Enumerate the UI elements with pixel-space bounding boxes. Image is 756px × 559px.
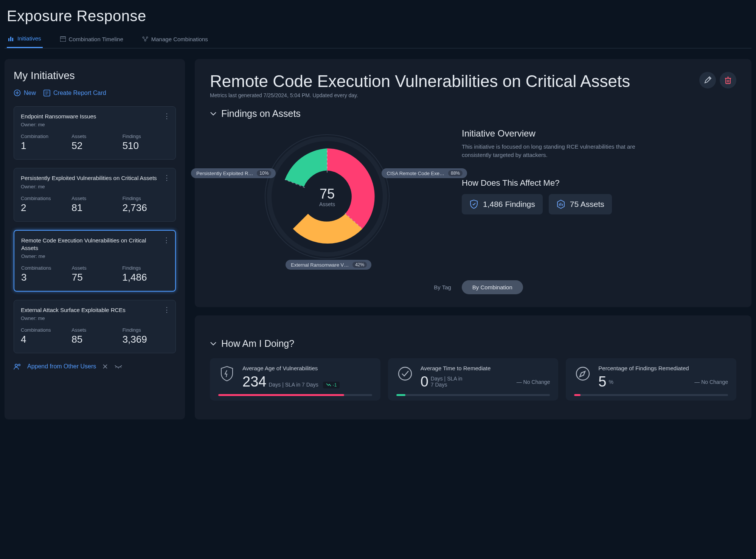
initiative-card[interactable]: Remote Code Execution Vulnerabilities on… bbox=[14, 230, 176, 292]
stat-value: 2 bbox=[21, 202, 67, 214]
toggle-by-combination[interactable]: By Combination bbox=[462, 280, 523, 294]
chart-label-external[interactable]: External Ransomware V… 42% bbox=[286, 260, 371, 270]
svg-rect-3 bbox=[60, 37, 66, 42]
metric-bar bbox=[574, 394, 728, 396]
metric-pct-remediated[interactable]: Percentage of Findings Remediated 5 % — … bbox=[566, 358, 736, 401]
stat-value: 85 bbox=[71, 334, 118, 345]
metric-unit: Days | SLA in 7 Days bbox=[269, 382, 318, 388]
new-button[interactable]: New bbox=[14, 89, 36, 96]
initiative-card[interactable]: Persistently Exploited Vulnerabilities o… bbox=[14, 168, 176, 221]
stat-label: Combinations bbox=[21, 265, 67, 271]
overview-text: This initiative is focused on long stand… bbox=[462, 143, 658, 159]
kebab-icon[interactable]: ⋮ bbox=[163, 174, 170, 182]
tab-initiatives[interactable]: Initiatives bbox=[7, 31, 43, 48]
append-other-users-button[interactable]: Append from Other Users bbox=[27, 363, 96, 370]
svg-point-14 bbox=[19, 364, 20, 366]
chart-label-pct: 42% bbox=[352, 262, 367, 268]
stat-label: Findings bbox=[123, 196, 169, 201]
trend-down-icon bbox=[326, 383, 331, 387]
card-title: External Attack Surface Exploitable RCEs bbox=[21, 306, 160, 314]
stat-label: Assets bbox=[72, 265, 118, 271]
findings-pill[interactable]: 1,486 Findings bbox=[462, 194, 543, 214]
stat-value: 1 bbox=[21, 140, 67, 152]
donut-chart: 75 Assets CISA Remote Code Exe… 88% Exte… bbox=[210, 123, 444, 259]
how-title: How Am I Doing? bbox=[221, 338, 294, 349]
svg-rect-18 bbox=[726, 78, 730, 84]
eye-closed-icon[interactable] bbox=[114, 364, 123, 369]
metric-avg-age[interactable]: Average Age of Vulnerabilities 234 Days … bbox=[210, 358, 380, 401]
report-icon bbox=[43, 90, 50, 96]
page-title: Exposure Response bbox=[7, 8, 751, 25]
edit-button[interactable] bbox=[699, 72, 716, 89]
initiative-card[interactable]: External Attack Surface Exploitable RCEs… bbox=[14, 300, 176, 353]
initiative-card[interactable]: Endpoint Ransomware IssuesOwner: me⋮Comb… bbox=[14, 106, 176, 160]
stat-label: Combinations bbox=[21, 196, 67, 201]
stat-value: 3,369 bbox=[123, 334, 169, 345]
trash-icon bbox=[724, 76, 732, 84]
findings-pill-label: 1,486 Findings bbox=[483, 200, 535, 209]
assets-pill-label: 75 Assets bbox=[570, 200, 604, 209]
tab-manage-combinations[interactable]: Manage Combinations bbox=[141, 31, 210, 48]
close-icon[interactable] bbox=[102, 363, 108, 370]
sidebar-title: My Initiatives bbox=[14, 70, 176, 82]
chart-label-cisa[interactable]: CISA Remote Code Exe… 88% bbox=[382, 168, 467, 178]
metric-unit: % bbox=[609, 379, 613, 385]
tab-label: Initiatives bbox=[17, 35, 41, 42]
stat-value: 3 bbox=[21, 272, 67, 283]
shield-bolt-icon bbox=[218, 365, 236, 382]
chart-label-persistent[interactable]: Persistently Exploited R… 10% bbox=[191, 168, 276, 178]
tab-bar: Initiatives Combination Timeline Manage … bbox=[5, 31, 751, 48]
kebab-icon[interactable]: ⋮ bbox=[163, 112, 170, 120]
stat-label: Combination bbox=[21, 134, 67, 139]
calendar-icon bbox=[60, 36, 66, 42]
tab-combination-timeline[interactable]: Combination Timeline bbox=[59, 31, 125, 48]
assets-pill[interactable]: 75 Assets bbox=[549, 194, 612, 214]
chevron-down-icon bbox=[210, 112, 217, 116]
stat-value: 510 bbox=[123, 140, 169, 152]
metric-value: 0 bbox=[421, 374, 428, 390]
report-label: Create Report Card bbox=[53, 90, 106, 96]
stat-label: Combinations bbox=[21, 327, 67, 333]
metric-title: Average Time to Remediate bbox=[421, 365, 550, 371]
detail-title: Remote Code Execution Vulnerabilities on… bbox=[210, 72, 630, 91]
svg-rect-2 bbox=[12, 38, 13, 41]
svg-point-22 bbox=[399, 367, 411, 380]
how-header[interactable]: How Am I Doing? bbox=[210, 338, 736, 349]
toggle-by-tag[interactable]: By Tag bbox=[423, 280, 462, 294]
stat-label: Assets bbox=[71, 196, 118, 201]
chart-label-text: Persistently Exploited R… bbox=[196, 171, 253, 176]
delta-value: -1 bbox=[333, 382, 337, 388]
card-title: Remote Code Execution Vulnerabilities on… bbox=[21, 237, 159, 252]
compass-icon bbox=[574, 365, 591, 382]
metric-time-remediate[interactable]: Average Time to Remediate 0 Days | SLA i… bbox=[388, 358, 559, 401]
findings-on-assets-header[interactable]: Findings on Assets bbox=[210, 108, 736, 119]
new-label: New bbox=[24, 90, 36, 96]
pencil-icon bbox=[703, 76, 712, 84]
kebab-icon[interactable]: ⋮ bbox=[163, 306, 170, 314]
donut-value: 75 bbox=[320, 186, 335, 202]
chart-label-pct: 88% bbox=[448, 170, 463, 176]
donut-label: Assets bbox=[319, 201, 335, 207]
metric-delta: -1 bbox=[323, 382, 340, 388]
stat-value: 1,486 bbox=[122, 272, 168, 283]
tab-label: Combination Timeline bbox=[69, 36, 123, 42]
delete-button[interactable] bbox=[720, 72, 736, 89]
affect-title: How Does This Affect Me? bbox=[462, 178, 736, 188]
metric-value: 5 bbox=[598, 374, 606, 390]
create-report-card-button[interactable]: Create Report Card bbox=[43, 89, 106, 96]
plus-circle-icon bbox=[14, 89, 21, 96]
sidebar-footer: Append from Other Users bbox=[14, 363, 176, 370]
stat-value: 4 bbox=[21, 334, 67, 345]
kebab-icon[interactable]: ⋮ bbox=[163, 236, 170, 244]
chevron-down-icon bbox=[210, 342, 217, 346]
metric-bar bbox=[218, 394, 372, 396]
card-title: Persistently Exploited Vulnerabilities o… bbox=[21, 174, 160, 182]
chart-label-text: External Ransomware V… bbox=[291, 262, 349, 268]
stat-value: 75 bbox=[72, 272, 118, 283]
chart-label-pct: 10% bbox=[257, 170, 271, 176]
chart-label-text: CISA Remote Code Exe… bbox=[387, 171, 444, 176]
stat-value: 52 bbox=[71, 140, 118, 152]
stat-label: Findings bbox=[122, 265, 168, 271]
bars-icon bbox=[8, 36, 14, 41]
svg-rect-0 bbox=[8, 38, 9, 41]
